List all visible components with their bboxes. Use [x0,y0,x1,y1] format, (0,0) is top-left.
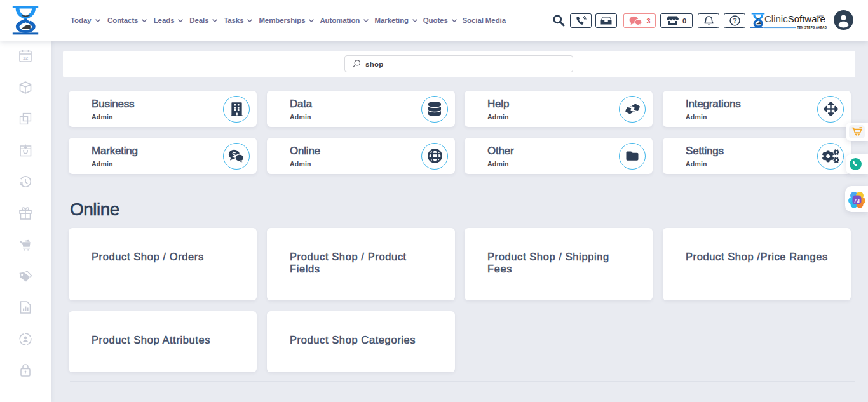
svg-text:12: 12 [23,55,28,61]
svg-text:?: ? [733,17,736,24]
svg-text:TEN STEPS AHEAD: TEN STEPS AHEAD [797,26,827,29]
svg-text:.com: .com [816,13,824,17]
svg-text:AI: AI [854,198,860,204]
